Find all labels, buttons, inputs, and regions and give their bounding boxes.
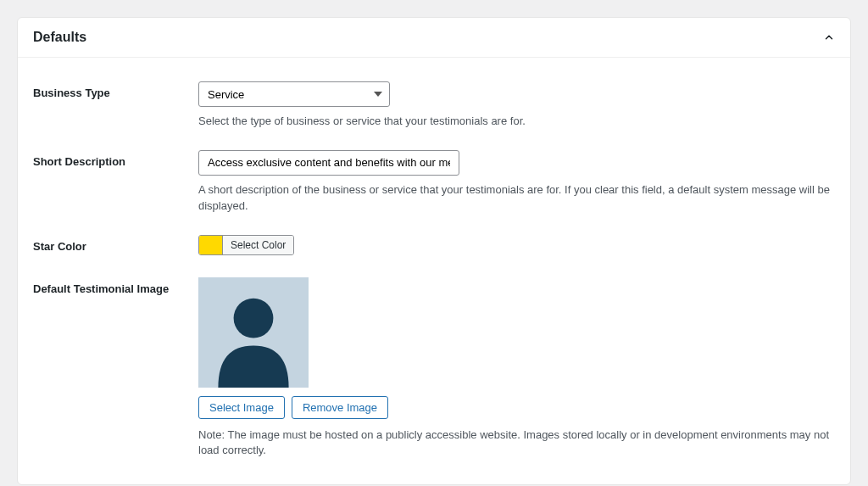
field-default-image: Default Testimonial Image Select Image R… <box>33 262 835 465</box>
field-control: Service Select the type of business or s… <box>198 81 835 130</box>
panel-header: Defaults <box>18 18 850 58</box>
field-label: Default Testimonial Image <box>33 277 198 295</box>
select-image-button[interactable]: Select Image <box>198 396 285 419</box>
defaults-panel: Defaults Business Type Service Select th… <box>17 17 851 485</box>
remove-image-button[interactable]: Remove Image <box>292 396 388 419</box>
field-control: A short description of the business or s… <box>198 150 835 215</box>
field-label: Short Description <box>33 150 198 168</box>
field-business-type: Business Type Service Select the type of… <box>33 66 835 135</box>
color-swatch <box>199 236 223 254</box>
field-label: Star Color <box>33 235 198 253</box>
field-control: Select Color <box>198 235 835 257</box>
field-label: Business Type <box>33 81 198 99</box>
field-control: Select Image Remove Image Note: The imag… <box>198 277 835 460</box>
help-text: Select the type of business or service t… <box>198 114 835 130</box>
field-short-description: Short Description A short description of… <box>33 135 835 220</box>
avatar-icon <box>198 277 309 388</box>
business-type-select[interactable]: Service <box>198 81 390 107</box>
panel-title: Defaults <box>33 30 86 45</box>
select-wrap: Service <box>198 81 390 107</box>
svg-point-0 <box>234 298 274 338</box>
help-text: Note: The image must be hosted on a publ… <box>198 427 835 460</box>
help-text: A short description of the business or s… <box>198 182 835 215</box>
color-picker[interactable]: Select Color <box>198 235 294 255</box>
image-button-row: Select Image Remove Image <box>198 396 835 419</box>
panel-body: Business Type Service Select the type of… <box>18 58 850 484</box>
select-color-button[interactable]: Select Color <box>223 236 293 254</box>
field-star-color: Star Color Select Color <box>33 220 835 262</box>
default-image-preview <box>198 277 309 388</box>
chevron-up-icon[interactable] <box>823 31 835 43</box>
short-description-input[interactable] <box>198 150 459 176</box>
